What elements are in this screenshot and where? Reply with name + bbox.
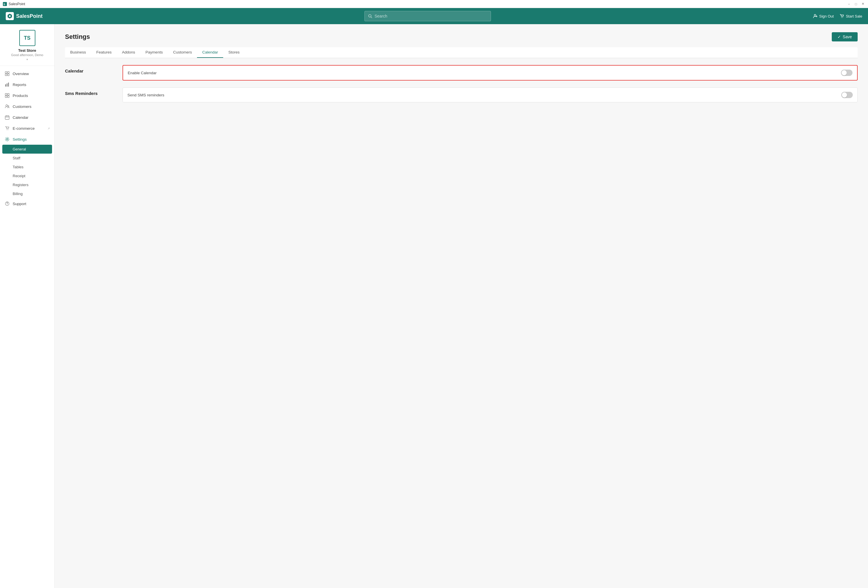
svg-rect-14 xyxy=(8,83,9,87)
sidebar-item-settings-label: Settings xyxy=(13,137,27,142)
sidebar-item-support-label: Support xyxy=(13,202,26,206)
tab-features[interactable]: Features xyxy=(91,47,117,58)
send-sms-label: Send SMS reminders xyxy=(127,93,164,97)
search-placeholder: Search xyxy=(375,14,387,18)
svg-point-27 xyxy=(7,139,8,140)
svg-point-5 xyxy=(814,15,816,16)
start-sale-button[interactable]: Start Sale xyxy=(840,14,862,18)
save-icon: ✓ xyxy=(837,34,841,39)
app-logo: SalesPoint xyxy=(6,12,43,20)
logo-icon xyxy=(6,12,14,20)
profile-chevron-icon: ▾ xyxy=(27,58,28,61)
avatar: TS xyxy=(19,30,35,46)
svg-text:S: S xyxy=(3,3,5,6)
svg-point-26 xyxy=(8,130,8,130)
tab-business[interactable]: Business xyxy=(65,47,91,58)
logo-text: SalesPoint xyxy=(16,13,43,19)
sign-out-button[interactable]: Sign Out xyxy=(813,14,834,18)
svg-rect-8 xyxy=(5,72,7,73)
main-content: Settings ✓ Save Business Features Addons… xyxy=(55,24,868,588)
tab-customers[interactable]: Customers xyxy=(168,47,197,58)
sidebar-item-calendar-label: Calendar xyxy=(13,115,28,120)
sidebar-item-overview[interactable]: Overview xyxy=(0,68,55,79)
titlebar-app-name: SalesPoint xyxy=(9,2,25,6)
svg-rect-10 xyxy=(5,74,7,76)
sidebar-sub-staff[interactable]: Staff xyxy=(0,154,55,163)
settings-icon xyxy=(4,137,10,142)
sidebar-sub-tables[interactable]: Tables xyxy=(0,163,55,171)
settings-tabs: Business Features Addons Payments Custom… xyxy=(65,47,858,58)
svg-point-25 xyxy=(7,130,7,130)
tab-addons[interactable]: Addons xyxy=(117,47,140,58)
start-sale-label: Start Sale xyxy=(846,14,862,18)
external-link-icon: ↗ xyxy=(47,127,50,130)
calendar-section-content: Enable Calendar xyxy=(123,65,858,81)
send-sms-row: Send SMS reminders xyxy=(123,88,858,102)
titlebar-left: S SalesPoint xyxy=(3,2,25,6)
svg-rect-13 xyxy=(7,83,7,87)
send-sms-toggle[interactable] xyxy=(841,92,853,98)
svg-rect-17 xyxy=(5,96,7,98)
app-body: TS Test Store Good afternoon, Demo ▾ Ove… xyxy=(0,24,868,588)
calendar-section: Calendar Enable Calendar xyxy=(65,65,858,81)
minimize-button[interactable]: − xyxy=(847,2,851,6)
sidebar-item-customers[interactable]: Customers xyxy=(0,101,55,112)
close-button[interactable]: ✕ xyxy=(861,2,865,6)
svg-point-2 xyxy=(9,15,10,17)
sidebar-item-customers-label: Customers xyxy=(13,105,31,109)
greeting: Good afternoon, Demo xyxy=(11,53,43,57)
sidebar-sub-general[interactable]: General xyxy=(2,145,52,154)
titlebar-controls[interactable]: − □ ✕ xyxy=(847,2,865,6)
sidebar-item-support[interactable]: Support xyxy=(0,198,55,209)
sidebar-item-products[interactable]: Products xyxy=(0,90,55,101)
ecommerce-icon xyxy=(4,126,10,131)
svg-rect-11 xyxy=(7,74,9,76)
sidebar-item-reports[interactable]: Reports xyxy=(0,79,55,90)
sign-out-label: Sign Out xyxy=(819,14,834,18)
svg-point-7 xyxy=(842,17,843,18)
sidebar-item-calendar[interactable]: Calendar xyxy=(0,112,55,123)
settings-submenu: General Staff Tables Receipt Registers B… xyxy=(0,145,55,198)
calendar-section-label: Calendar xyxy=(65,65,123,73)
svg-point-6 xyxy=(841,17,842,18)
svg-rect-12 xyxy=(5,84,6,87)
header: SalesPoint Search Sign Out Start Sale xyxy=(0,8,868,24)
header-actions: Sign Out Start Sale xyxy=(813,14,862,18)
products-icon xyxy=(4,93,10,98)
sidebar: TS Test Store Good afternoon, Demo ▾ Ove… xyxy=(0,24,55,588)
tab-calendar[interactable]: Calendar xyxy=(197,47,223,58)
save-button[interactable]: ✓ Save xyxy=(832,32,858,41)
calendar-icon xyxy=(4,115,10,120)
titlebar: S SalesPoint − □ ✕ xyxy=(0,0,868,8)
sidebar-item-settings[interactable]: Settings xyxy=(0,134,55,145)
sms-reminders-section: Sms Reminders Send SMS reminders xyxy=(65,87,858,102)
enable-calendar-toggle[interactable] xyxy=(841,69,852,76)
sidebar-sub-registers[interactable]: Registers xyxy=(0,180,55,189)
store-name: Test Store xyxy=(18,48,36,53)
overview-icon xyxy=(4,71,10,76)
tab-payments[interactable]: Payments xyxy=(140,47,168,58)
sms-section-content: Send SMS reminders xyxy=(123,87,858,102)
start-sale-icon xyxy=(840,14,844,18)
svg-point-20 xyxy=(8,106,9,107)
sidebar-item-ecommerce[interactable]: E-commerce ↗ xyxy=(0,123,55,134)
sms-section-label: Sms Reminders xyxy=(65,87,123,96)
svg-line-4 xyxy=(371,17,372,18)
svg-rect-18 xyxy=(7,96,9,98)
sidebar-nav: Overview Reports xyxy=(0,66,55,211)
support-icon xyxy=(4,201,10,206)
page-header: Settings ✓ Save xyxy=(65,32,858,41)
svg-rect-15 xyxy=(5,93,7,95)
sidebar-sub-billing[interactable]: Billing xyxy=(0,189,55,198)
sidebar-item-products-label: Products xyxy=(13,93,28,98)
sidebar-item-ecommerce-label: E-commerce xyxy=(13,126,35,131)
svg-rect-9 xyxy=(7,72,9,73)
tab-stores[interactable]: Stores xyxy=(223,47,245,58)
search-bar[interactable]: Search xyxy=(365,11,491,21)
svg-rect-16 xyxy=(7,93,9,95)
maximize-button[interactable]: □ xyxy=(853,2,858,6)
search-icon xyxy=(368,14,372,18)
svg-rect-21 xyxy=(5,116,9,120)
customers-icon xyxy=(4,104,10,109)
sidebar-sub-receipt[interactable]: Receipt xyxy=(0,171,55,180)
